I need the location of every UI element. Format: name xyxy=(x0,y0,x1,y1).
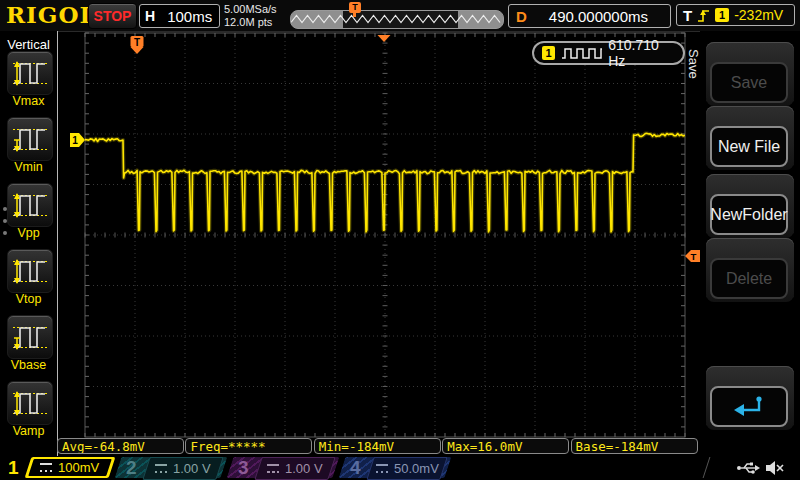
measure-label: Vamp xyxy=(0,424,57,438)
newfolder-button[interactable]: NewFolder xyxy=(710,194,788,235)
square-wave-icon xyxy=(561,47,602,60)
sample-rate: 5.00MSa/s xyxy=(224,3,277,16)
usb-icon xyxy=(736,460,760,476)
trigger-level-label: T xyxy=(691,251,697,262)
speaker-muted-icon xyxy=(764,459,786,477)
channel-4-scale: 50.0mV xyxy=(394,461,439,476)
channel-2-scale-inner: 1.00 V xyxy=(142,457,223,480)
measure-label: Vmax xyxy=(0,94,57,108)
dc-coupling-icon xyxy=(40,463,52,472)
measure-label: Vpp xyxy=(0,226,57,240)
vbase-icon xyxy=(11,322,49,352)
channel-3-scale-inner: 1.00 V xyxy=(254,457,335,480)
channel-3-number: 3 xyxy=(238,456,249,480)
h-label: H xyxy=(145,8,155,24)
trigger-slope-rising-icon xyxy=(697,8,710,23)
channel-1-scale-box: 100mV xyxy=(25,457,116,478)
waveform-display: T1T xyxy=(0,0,800,480)
measure-button-vmax[interactable] xyxy=(7,51,53,95)
dc-coupling-icon xyxy=(155,464,167,473)
channel-2-number: 2 xyxy=(126,456,137,480)
channel-1-position-label: 1 xyxy=(72,135,78,146)
measure-label: Vmin xyxy=(0,160,57,174)
frequency-value: 610.710 Hz xyxy=(608,37,675,69)
measurement-readout-3: Max=16.0mV xyxy=(442,438,569,454)
delay-value: 490.000000ms xyxy=(527,8,670,25)
acquisition-info: 5.00MSa/s 12.0M pts xyxy=(224,3,277,29)
measurement-readout-4: Base=-184mV xyxy=(571,438,698,454)
vtop-icon xyxy=(11,256,49,286)
measure-button-vtop[interactable] xyxy=(7,249,53,293)
channel-2-scale: 1.00 V xyxy=(173,461,211,476)
delete-button[interactable]: Delete xyxy=(710,258,788,299)
measure-menu-title: Vertical xyxy=(0,37,57,52)
run-stop-status[interactable]: STOP xyxy=(88,3,137,29)
trigger-position-flag-icon[interactable]: T xyxy=(349,2,361,13)
trigger-readout[interactable]: T 1 -232mV xyxy=(676,4,795,26)
measurement-readout-0: Avg=-64.8mV xyxy=(57,438,184,454)
channel-3-scale: 1.00 V xyxy=(285,461,323,476)
memory-waveform-icon xyxy=(291,11,501,28)
trigger-level-value: -232mV xyxy=(734,7,783,23)
memory-depth: 12.0M pts xyxy=(224,16,277,29)
softkey-back xyxy=(706,366,794,430)
timebase-value: 100ms xyxy=(167,8,212,25)
return-arrow-icon xyxy=(732,394,766,420)
channel-4-scale-inner: 50.0mV xyxy=(366,457,447,480)
horizontal-timebase[interactable]: H 100ms xyxy=(139,4,220,28)
channel-1-scale: 100mV xyxy=(58,460,99,475)
trigger-source-badge: 1 xyxy=(715,8,729,22)
channel-1-trace xyxy=(85,133,685,232)
trigger-label: T xyxy=(683,7,692,24)
measure-button-vmin[interactable] xyxy=(7,117,53,161)
vmin-icon xyxy=(11,124,49,154)
delay-readout[interactable]: D 490.000000ms xyxy=(508,4,671,28)
channel-1-number: 1 xyxy=(8,456,19,480)
softkey-new-file: New File xyxy=(706,106,794,170)
measure-button-vamp[interactable] xyxy=(7,381,53,425)
dc-coupling-icon xyxy=(376,464,388,473)
delay-label: D xyxy=(516,8,527,25)
vamp-icon xyxy=(11,388,49,418)
measure-label: Vtop xyxy=(0,292,57,306)
counter-source-badge: 1 xyxy=(542,46,555,60)
oscilloscope-screen: T1T RIGOL STOP H 100ms 5.00MSa/s 12.0M p… xyxy=(0,0,800,480)
vpp-icon xyxy=(11,190,49,220)
softkey-delete: Delete xyxy=(706,238,794,302)
divider xyxy=(703,457,721,478)
measure-button-vbase[interactable] xyxy=(7,315,53,359)
softkey-newfolder: NewFolder xyxy=(706,174,794,238)
dc-coupling-icon xyxy=(267,464,279,473)
save-menu: Save SaveNew FileNewFolderDelete xyxy=(700,31,800,456)
frequency-counter: 1 610.710 Hz xyxy=(532,41,685,65)
measure-menu: Vertical Vmax Vmin xyxy=(0,31,58,456)
save-button[interactable]: Save xyxy=(710,62,788,103)
screen-center-marker-icon xyxy=(378,35,391,42)
channel-bar: 1 100mV 2 1.00 V 3 1.00 V 4 xyxy=(0,456,800,480)
measure-label: Vbase xyxy=(0,358,57,372)
trigger-time-flag-icon[interactable] xyxy=(131,47,144,54)
new-file-button[interactable]: New File xyxy=(710,126,788,167)
back-button[interactable] xyxy=(710,386,788,427)
measurement-readout-2: Min=-184mV xyxy=(314,438,441,454)
memory-position-bar[interactable] xyxy=(290,10,504,29)
vmax-icon xyxy=(11,58,49,88)
save-menu-tab: Save xyxy=(686,49,701,79)
softkey-save: Save xyxy=(706,42,794,106)
measure-button-vpp[interactable] xyxy=(7,183,53,227)
channel-4-number: 4 xyxy=(350,456,361,480)
measurement-readout-1: Freq=***** xyxy=(185,438,312,454)
rigol-logo: RIGOL xyxy=(6,1,97,28)
status-bar: RIGOL STOP H 100ms 5.00MSa/s 12.0M pts T… xyxy=(0,0,800,32)
trigger-time-flag-label: T xyxy=(134,37,140,48)
